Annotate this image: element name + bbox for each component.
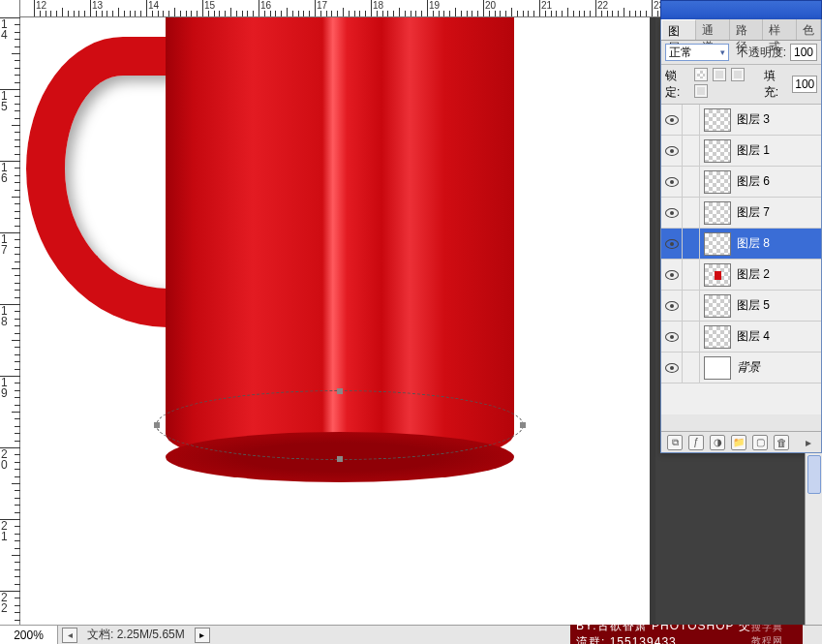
layer-style-icon[interactable] (688, 435, 704, 450)
doc-value-text: 2.25M/5.65M (117, 628, 185, 641)
layer-link-col[interactable] (683, 260, 700, 290)
lock-label: 锁定: (665, 68, 689, 101)
ruler-h-label: 13 (92, 0, 103, 11)
layer-name-label[interactable]: 图层 6 (735, 173, 821, 190)
zoom-field[interactable]: 200% (0, 626, 58, 644)
ruler-h-label: 18 (373, 0, 383, 11)
ruler-h-label: 15 (204, 0, 215, 11)
panel-titlebar[interactable] (660, 0, 822, 19)
layer-row[interactable]: 图层 1 (661, 136, 821, 167)
layer-thumbnail[interactable] (704, 294, 731, 318)
ruler-h-label: 19 (429, 0, 440, 11)
eye-icon (665, 115, 679, 125)
watermark-text: BY:古欲香萧 PHOTOSHOP 交流群: 155139433 (576, 625, 751, 644)
layer-row[interactable]: 图层 2 (661, 260, 821, 291)
ruler-v-label: 19 (1, 378, 11, 399)
layer-visibility-toggle[interactable] (661, 136, 683, 166)
ruler-v-label: 21 (1, 521, 11, 542)
layer-link-col[interactable] (683, 353, 700, 383)
layer-thumbnail[interactable] (704, 170, 731, 194)
tab-styles[interactable]: 样式 (763, 19, 797, 40)
layer-row[interactable]: 图层 7 (661, 198, 821, 229)
layer-thumbnail[interactable] (704, 139, 731, 163)
layer-thumbnail[interactable] (704, 108, 731, 132)
status-menu-arrow-icon[interactable]: ▸ (195, 628, 210, 643)
ruler-h-label: 16 (260, 0, 271, 11)
transform-selection-ellipse[interactable] (156, 390, 524, 460)
layer-link-col[interactable] (683, 167, 700, 197)
layer-row[interactable]: 图层 3 (661, 105, 821, 136)
layer-thumbnail[interactable] (704, 232, 731, 256)
ruler-v-label: 22 (1, 593, 11, 614)
layer-visibility-toggle[interactable] (661, 198, 683, 228)
layer-link-col[interactable] (683, 229, 700, 259)
ruler-h-label: 17 (317, 0, 327, 11)
layer-visibility-toggle[interactable] (661, 229, 683, 259)
transform-handle-bottom[interactable] (337, 456, 343, 462)
layer-visibility-toggle[interactable] (661, 291, 683, 321)
layer-name-label[interactable]: 图层 4 (735, 328, 821, 345)
layer-name-label[interactable]: 图层 1 (735, 142, 821, 159)
vertical-scrollbar[interactable] (805, 453, 822, 625)
blend-mode-dropdown[interactable]: 正常 ▾ (665, 44, 729, 61)
transform-handle-left[interactable] (154, 422, 160, 428)
opacity-input[interactable]: 100 (790, 44, 817, 61)
tab-channels[interactable]: 通道 (696, 19, 730, 40)
layer-row[interactable]: 图层 8 (661, 229, 821, 260)
layer-thumbnail[interactable] (704, 263, 731, 287)
layer-name-label[interactable]: 背景 (735, 359, 821, 376)
delete-layer-icon[interactable] (774, 435, 789, 450)
eye-icon (665, 208, 679, 218)
layer-row[interactable]: 背景 (661, 353, 821, 383)
layers-panel-footer: ▸ (661, 431, 821, 452)
ruler-h-label: 14 (148, 0, 159, 11)
vertical-ruler[interactable]: 141516171819202122 (0, 0, 20, 625)
layer-mask-icon[interactable] (710, 435, 725, 450)
transform-handle-top[interactable] (337, 388, 343, 394)
layers-list: 图层 3图层 1图层 6图层 7图层 8图层 2图层 5图层 4背景 (661, 105, 821, 414)
new-group-icon[interactable] (731, 435, 746, 450)
layer-name-label[interactable]: 图层 2 (735, 266, 821, 283)
layer-visibility-toggle[interactable] (661, 260, 683, 290)
layer-link-col[interactable] (683, 322, 700, 352)
layer-row[interactable]: 图层 5 (661, 291, 821, 322)
layer-link-col[interactable] (683, 136, 700, 166)
status-left-arrow-icon[interactable]: ◂ (62, 628, 77, 643)
layer-row[interactable]: 图层 4 (661, 322, 821, 353)
lock-pixels-icon[interactable] (713, 68, 726, 81)
fill-input[interactable]: 100 (792, 76, 817, 93)
layer-name-label[interactable]: 图层 3 (735, 111, 821, 128)
layer-thumbnail[interactable] (704, 325, 731, 349)
tab-color[interactable]: 色 (797, 19, 821, 40)
lock-all-icon[interactable] (694, 84, 708, 98)
canvas[interactable] (20, 17, 650, 625)
layer-row[interactable]: 图层 6 (661, 167, 821, 198)
transform-handle-right[interactable] (520, 422, 526, 428)
layer-name-label[interactable]: 图层 8 (735, 235, 821, 252)
link-layers-icon[interactable] (667, 435, 683, 450)
ruler-h-label: 22 (597, 0, 608, 11)
tab-paths[interactable]: 路径 (730, 19, 764, 40)
eye-icon (665, 239, 679, 249)
lock-position-icon[interactable] (731, 68, 745, 81)
layer-thumbnail[interactable] (704, 356, 731, 380)
ruler-v-label: 16 (1, 163, 11, 184)
layer-name-label[interactable]: 图层 7 (735, 204, 821, 221)
panel-menu-icon[interactable]: ▸ (802, 436, 815, 449)
layer-thumbnail[interactable] (704, 201, 731, 225)
layer-visibility-toggle[interactable] (661, 353, 683, 383)
layer-link-col[interactable] (683, 105, 700, 135)
layer-link-col[interactable] (683, 291, 700, 321)
new-layer-icon[interactable] (752, 435, 768, 450)
scrollbar-thumb[interactable] (807, 455, 821, 494)
blend-mode-value: 正常 (669, 45, 692, 61)
layer-name-label[interactable]: 图层 5 (735, 297, 821, 314)
tab-layers[interactable]: 图层 (661, 19, 696, 40)
layer-visibility-toggle[interactable] (661, 322, 683, 352)
eye-icon (665, 301, 679, 311)
eye-icon (665, 177, 679, 187)
lock-transparency-icon[interactable] (694, 68, 708, 81)
layer-link-col[interactable] (683, 198, 700, 228)
layer-visibility-toggle[interactable] (661, 167, 683, 197)
layer-visibility-toggle[interactable] (661, 105, 683, 135)
